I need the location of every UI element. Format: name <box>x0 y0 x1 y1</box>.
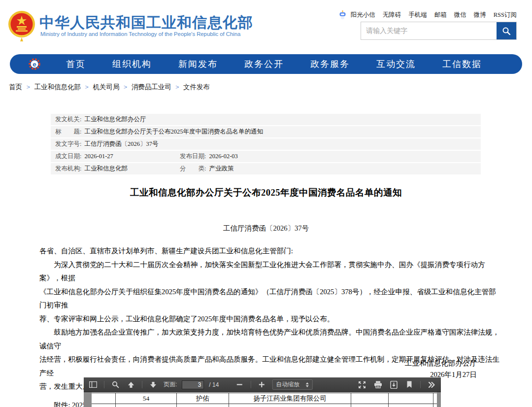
nav-item-interaction[interactable]: 互动交流 <box>376 58 416 70</box>
meta-label: 标 题: <box>55 128 81 135</box>
pdf-cell-empty <box>351 393 388 404</box>
document-meta-table: 发文机关:工业和信息化部办公厅 标 题:工业和信息化部办公厅关于公布2025年度… <box>51 114 481 175</box>
select-spinner-icon <box>305 382 308 387</box>
signature-org: 工业和信息化部办公厅 <box>405 359 477 368</box>
link-mobile[interactable]: 手机端 <box>408 11 427 19</box>
nav-item-news[interactable]: 新闻发布 <box>178 58 218 70</box>
nav-item-gov-service[interactable]: 政务服务 <box>310 58 350 70</box>
download-icon <box>390 381 398 389</box>
nav-item-organization[interactable]: 组织机构 <box>112 58 152 70</box>
zoom-out-button[interactable] <box>234 379 245 390</box>
arrow-down-icon <box>150 381 157 388</box>
meta-value: 产业政策 <box>209 165 233 172</box>
search-box <box>361 22 517 40</box>
bookmark-icon <box>406 381 412 388</box>
link-accessibility[interactable]: 无障碍 <box>383 11 401 19</box>
meta-row-dates: 成文日期:2026-01-27 发布日期:2026-02-03 <box>51 151 481 162</box>
nav-item-home[interactable]: 首页 <box>66 58 86 70</box>
pdf-table-next-row-stub <box>92 404 437 407</box>
nav-item-gov-open[interactable]: 政务公开 <box>244 58 284 70</box>
pdf-cell-brand: 护佑 <box>176 393 229 404</box>
sidebar-toggle-button[interactable] <box>88 379 99 390</box>
breadcrumb-home[interactable]: 首页 <box>9 83 22 91</box>
site-subtitle: Ministry of Industry and Information Tec… <box>40 31 240 37</box>
plus-icon <box>259 381 265 388</box>
toolbar-divider <box>104 381 104 388</box>
quick-links: 阳光小信 无障碍 手机端 邮箱 微信 微博 RSS订阅 <box>339 10 517 20</box>
pdf-table-fragment: 54 护佑 扬子江药业集团有限公司 <box>92 393 437 407</box>
print-button[interactable] <box>372 379 383 390</box>
breadcrumb: 首页 > 工业和信息化部 > 机关司局 > 消费品工业司 > 文件发布 <box>9 83 210 92</box>
pdf-toolbar-right <box>357 379 437 390</box>
meta-value: 工业和信息化部办公厅关于公布2025年度中国消费名品名单的通知 <box>84 128 263 135</box>
document-title: 工业和信息化部办公厅关于公布2025年度中国消费名品名单的通知 <box>0 186 532 199</box>
bookmark-button[interactable] <box>404 379 415 390</box>
breadcrumb-documents[interactable]: 文件发布 <box>183 83 210 91</box>
link-weibo[interactable]: 微博 <box>474 11 486 19</box>
toolbar-divider <box>142 381 142 388</box>
meta-row-issuing-office: 发文机关:工业和信息化部办公厅 <box>51 114 481 125</box>
meta-label: 成文日期: <box>55 153 81 160</box>
print-icon <box>374 381 382 388</box>
pdf-content-area[interactable]: 54 护佑 扬子江药业集团有限公司 <box>84 392 441 407</box>
breadcrumb-separator: > <box>85 83 89 91</box>
arrow-up-icon <box>128 381 134 388</box>
nav-item-data[interactable]: 工信数据 <box>442 58 482 70</box>
meta-value: 工业和信息化部办公厅 <box>84 116 146 123</box>
search-input[interactable] <box>361 22 497 39</box>
link-mailbox[interactable]: 邮箱 <box>434 11 447 19</box>
salutation: 各省、自治区、直辖市及计划单列市、新疆生产建设兵团工业和信息化主管部门: <box>39 244 501 258</box>
page-total: / 14 <box>209 381 219 388</box>
pdf-page: 54 护佑 扬子江药业集团有限公司 <box>92 392 437 407</box>
meta-value: 2026-01-27 <box>84 153 113 160</box>
breadcrumb-consumer-goods[interactable]: 消费品工业司 <box>132 83 171 91</box>
paragraph-1: 为深入贯彻党的二十大和二十届历次全会精神，加快落实全国新型工业化推进大会工作部署… <box>39 258 501 326</box>
minus-icon <box>236 381 243 388</box>
link-rss[interactable]: RSS订阅 <box>494 11 517 19</box>
pdf-toolbar-left: 页面: / 14 <box>88 379 219 390</box>
presentation-mode-button[interactable] <box>357 379 367 390</box>
zoom-scale-select[interactable]: 自动缩放 <box>272 379 312 390</box>
fullscreen-icon <box>358 381 366 389</box>
main-nav: e 首页 组织机构 新闻发布 政务公开 政务服务 互动交流 工信数据 <box>10 54 522 74</box>
find-icon <box>112 381 119 388</box>
meta-label: 分 类: <box>180 165 206 172</box>
search-icon <box>502 27 511 35</box>
site-header: 中华人民共和国工业和信息化部 Ministry of Industry and … <box>0 0 532 52</box>
search-button[interactable] <box>497 22 516 39</box>
pdf-cell-number: 54 <box>115 393 176 404</box>
meta-label: 发布机构: <box>55 165 81 172</box>
download-button[interactable] <box>388 379 399 390</box>
meta-row-doc-number: 发文字号:工信厅消费函〔2026〕37号 <box>51 138 481 150</box>
meta-cell-publish-date: 发布日期:2026-02-03 <box>180 151 238 162</box>
meta-value: 工业和信息化部 <box>84 165 128 172</box>
site-title: 中华人民共和国工业和信息化部 <box>39 13 253 33</box>
document-number: 工信厅消费函〔2026〕37号 <box>0 224 532 233</box>
pdf-viewer: 页面: / 14 自动缩放 <box>84 377 441 407</box>
meta-value: 2026-02-03 <box>209 153 237 160</box>
national-emblem-icon <box>8 10 35 41</box>
find-button[interactable] <box>110 379 121 390</box>
page-down-button[interactable] <box>148 379 159 390</box>
zoom-in-button[interactable] <box>256 379 267 390</box>
meta-row-title: 标 题:工业和信息化部办公厅关于公布2025年度中国消费名品名单的通知 <box>51 126 481 137</box>
toolbar-divider <box>250 381 251 388</box>
pdf-table-row: 54 护佑 扬子江药业集团有限公司 <box>92 393 437 404</box>
breadcrumb-departments[interactable]: 机关司局 <box>93 83 119 91</box>
meta-label: 发文机关: <box>55 116 81 123</box>
nav-items: 首页 组织机构 新闻发布 政务公开 政务服务 互动交流 工信数据 <box>53 58 495 70</box>
meta-label: 发布日期: <box>180 153 206 160</box>
breadcrumb-miit[interactable]: 工业和信息化部 <box>34 83 81 91</box>
more-tools-button[interactable] <box>426 379 437 390</box>
zoom-scale-value: 自动缩放 <box>276 380 299 389</box>
breadcrumb-separator: > <box>175 83 179 91</box>
toolbar-divider <box>420 381 421 388</box>
link-wechat[interactable]: 微信 <box>454 11 466 19</box>
svg-text:e: e <box>33 61 36 68</box>
meta-value: 工信厅消费函〔2026〕37号 <box>84 140 158 147</box>
page-up-button[interactable] <box>126 379 136 390</box>
link-sunshine-xiaoxin[interactable]: 阳光小信 <box>351 11 375 19</box>
pdf-cell-empty <box>92 393 115 404</box>
pdf-toolbar: 页面: / 14 自动缩放 <box>84 377 441 392</box>
page-number-input[interactable] <box>182 380 204 389</box>
